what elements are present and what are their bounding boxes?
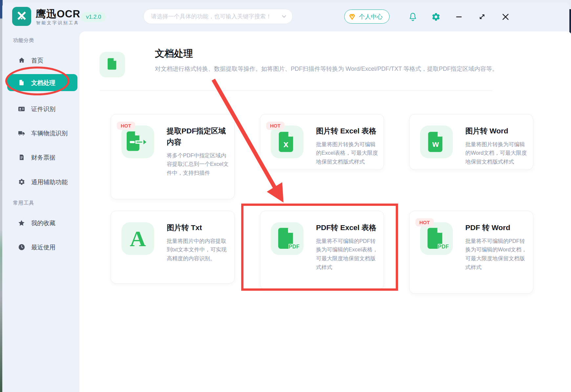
close-button[interactable] <box>499 10 512 23</box>
feature-card-PDF转 Excel 表格[interactable]: PDF PDF转 Excel 表格 批量将不可编辑的PDF转换为可编辑的Exce… <box>260 211 384 289</box>
brand-name: 鹰迅OCR <box>36 7 80 21</box>
feature-card-title: 图片转 Excel 表格 <box>316 126 379 137</box>
x-logo-icon <box>16 10 28 23</box>
brand-subtitle: 智能文字识别工具 <box>36 20 79 26</box>
sidebar-item-文档处理[interactable]: 文档处理 <box>7 74 77 91</box>
sidebar-item-我的收藏[interactable]: 我的收藏 <box>7 214 77 231</box>
hot-badge: HOT <box>415 218 434 226</box>
pdf-extract-icon <box>126 131 150 153</box>
sidebar-item-label: 财务票据 <box>31 153 55 162</box>
feature-card-description: 批量将图片转换为可编辑的Word文档，可最大限度地保留文档版式样式 <box>465 140 528 166</box>
sidebar-item-label: 证件识别 <box>31 105 55 113</box>
feature-card-title: PDF 转 Word <box>465 222 528 233</box>
feature-card-图片转 Excel 表格[interactable]: HOT x 图片转 Excel 表格 批量将图片转换为可编辑的Excel表格，可… <box>260 114 384 170</box>
app-logo <box>12 7 31 26</box>
sidebar-item-label: 最近使用 <box>31 243 55 251</box>
feature-card-title: PDF转 Excel 表格 <box>316 222 379 233</box>
user-center-button[interactable]: 个人中心 <box>344 10 390 24</box>
sidebar-item-首页[interactable]: 首页 <box>7 52 77 69</box>
document-file-icon <box>105 57 119 72</box>
sidebar-item-label: 首页 <box>31 56 43 65</box>
feature-card-title: 图片转 Txt <box>167 222 230 233</box>
feature-card-提取PDF指定区域内容[interactable]: HOT 提取PDF指定区域内容 将多个PDF中指定区域内容提取汇总到一个Exce… <box>111 114 235 199</box>
sidebar-item-通用辅助功能[interactable]: 通用辅助功能 <box>7 173 77 190</box>
feature-card-PDF 转 Word[interactable]: HOT PDF PDF 转 Word 批量将不可编辑的PDF转换为可编辑的Wor… <box>409 211 533 294</box>
feature-card-description: 批量将不可编辑的PDF转换为可编辑的Word文档，可最大限度地保留文档版式样式 <box>465 237 528 272</box>
pdf-file-icon: PDF <box>426 227 447 250</box>
sidebar-section-label: 功能分类 <box>13 37 34 44</box>
feature-icon-block: x <box>271 126 304 158</box>
feature-icon-block: w <box>420 126 453 158</box>
letter-a-icon: A <box>130 227 146 250</box>
feature-icon-block: PDF <box>271 222 304 255</box>
sidebar: 功能分类 首页 文档处理 证件识别 车辆物流识别 财务票据 通用辅助功能 常用工… <box>5 31 79 392</box>
main-panel: 文档处理 对文档进行格式转换、数据提取等操作。如将图片、PDF扫描件等转换为 W… <box>79 31 571 392</box>
chevron-down-icon <box>282 13 286 19</box>
sidebar-item-车辆物流识别[interactable]: 车辆物流识别 <box>7 125 77 142</box>
feature-icon-block <box>121 126 154 158</box>
sidebar-item-label: 通用辅助功能 <box>31 178 68 186</box>
feature-card-description: 批量将图片转换为可编辑的Excel表格，可最大限度地保留文档版式样式 <box>316 140 379 166</box>
minimize-button[interactable] <box>453 10 465 23</box>
header-divider <box>99 90 492 91</box>
bell-icon[interactable] <box>407 10 419 23</box>
app-window: 鹰迅OCR 智能文字识别工具 v1.2.0 个人中心 <box>2 3 569 392</box>
receipt-icon <box>18 154 25 161</box>
vip-badge-icon <box>348 12 356 21</box>
sidebar-item-label: 车辆物流识别 <box>31 129 68 137</box>
resize-window-button[interactable] <box>476 10 488 23</box>
gear-icon <box>18 178 25 186</box>
version-badge: v1.2.0 <box>81 12 106 22</box>
feature-card-图片转 Word[interactable]: w 图片转 Word 批量将图片转换为可编辑的Word文档，可最大限度地保留文档… <box>409 114 533 170</box>
settings-gear-icon[interactable] <box>430 10 442 23</box>
id-card-icon <box>18 105 25 113</box>
feature-card-title: 图片转 Word <box>465 126 528 137</box>
star-icon <box>18 219 25 227</box>
sidebar-item-label: 我的收藏 <box>31 219 55 227</box>
sidebar-item-最近使用[interactable]: 最近使用 <box>7 239 77 256</box>
feature-card-图片转 Txt[interactable]: A 图片转 Txt 批量将图片中的内容提取到txt文本文件中，可实现高精度的内容… <box>111 211 235 284</box>
user-center-label: 个人中心 <box>359 13 383 21</box>
sidebar-item-财务票据[interactable]: 财务票据 <box>7 149 77 166</box>
word-file-icon: w <box>427 131 446 153</box>
hot-badge: HOT <box>266 122 285 130</box>
sidebar-item-label: 文档处理 <box>31 79 55 87</box>
sidebar-item-证件识别[interactable]: 证件识别 <box>7 100 77 117</box>
hot-badge: HOT <box>117 122 135 130</box>
home-icon <box>18 57 25 64</box>
truck-icon <box>18 129 25 137</box>
feature-card-description: 批量将不可编辑的PDF转换为可编辑的Excel表格，可最大限度地保留文档版式样式 <box>316 237 379 272</box>
feature-icon-block: A <box>121 222 154 255</box>
category-header-icon-block <box>99 52 125 77</box>
search-input[interactable] <box>151 13 282 20</box>
excel-file-icon: x <box>278 131 297 153</box>
page-title: 文档处理 <box>155 47 193 60</box>
svg-text:w: w <box>432 139 439 148</box>
page-description: 对文档进行格式转换、数据提取等操作。如将图片、PDF扫描件等转换为 Word/E… <box>155 65 503 73</box>
sidebar-section-label: 常用工具 <box>13 200 34 206</box>
feature-card-title: 提取PDF指定区域内容 <box>167 126 230 148</box>
feature-card-description: 将多个PDF中指定区域内容提取汇总到一个Excel文件中，支持扫描件 <box>167 151 230 177</box>
document-icon <box>18 79 25 87</box>
feature-card-description: 批量将图片中的内容提取到txt文本文件中，可实现高精度的内容识别。 <box>167 237 230 263</box>
pdf-file-icon: PDF <box>277 227 297 250</box>
function-search-select[interactable] <box>143 9 293 24</box>
svg-text:x: x <box>284 139 288 149</box>
feature-icon-block: PDF <box>420 222 453 255</box>
clock-icon <box>18 244 25 251</box>
